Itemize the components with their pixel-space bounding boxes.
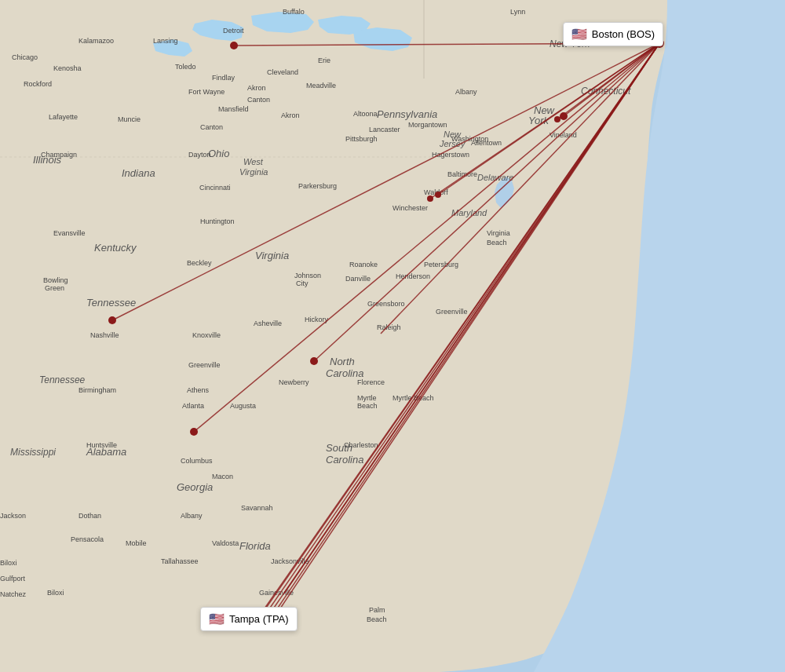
svg-text:Huntsville: Huntsville bbox=[86, 441, 117, 449]
svg-text:Greenville: Greenville bbox=[188, 361, 221, 369]
svg-text:Mobile: Mobile bbox=[126, 539, 147, 547]
svg-text:Knoxville: Knoxville bbox=[192, 331, 221, 339]
svg-text:Palm: Palm bbox=[369, 606, 385, 614]
svg-point-139 bbox=[560, 112, 568, 120]
svg-point-141 bbox=[230, 42, 238, 49]
svg-text:Dayton: Dayton bbox=[188, 151, 211, 159]
svg-text:Carolina: Carolina bbox=[326, 454, 363, 466]
svg-text:Lancaster: Lancaster bbox=[369, 126, 400, 133]
svg-text:Lafayette: Lafayette bbox=[49, 113, 78, 121]
svg-text:Georgia: Georgia bbox=[177, 481, 213, 493]
tampa-airport-name: Tampa (TPA) bbox=[229, 613, 289, 625]
svg-text:Athens: Athens bbox=[187, 386, 210, 394]
svg-text:Roanoke: Roanoke bbox=[349, 261, 378, 268]
svg-text:Carolina: Carolina bbox=[326, 367, 363, 379]
svg-text:Pennsylvania: Pennsylvania bbox=[377, 108, 437, 120]
map-container: Illinois Indiana Ohio Kentucky Tennessee… bbox=[0, 0, 785, 672]
svg-text:Kenosha: Kenosha bbox=[53, 64, 82, 72]
svg-point-137 bbox=[435, 192, 441, 198]
svg-text:Biloxi: Biloxi bbox=[0, 559, 17, 567]
svg-text:City: City bbox=[296, 279, 309, 287]
svg-text:Muncie: Muncie bbox=[118, 115, 141, 123]
svg-text:Champaign: Champaign bbox=[41, 151, 77, 159]
svg-text:Petersburg: Petersburg bbox=[424, 261, 458, 268]
svg-text:Greenville: Greenville bbox=[436, 308, 468, 316]
svg-text:Meadville: Meadville bbox=[306, 82, 336, 89]
svg-point-136 bbox=[310, 357, 318, 365]
svg-text:Winchester: Winchester bbox=[392, 204, 428, 212]
svg-text:Albany: Albany bbox=[181, 512, 203, 520]
svg-text:Newberry: Newberry bbox=[279, 378, 309, 386]
boston-airport-label[interactable]: 🇺🇸 Boston (BOS) bbox=[563, 22, 663, 46]
svg-text:Virginia: Virginia bbox=[255, 250, 289, 261]
svg-text:Columbus: Columbus bbox=[181, 457, 213, 465]
svg-text:Mississippi: Mississippi bbox=[10, 447, 56, 458]
tampa-airport-label[interactable]: 🇺🇸 Tampa (TPA) bbox=[200, 607, 298, 631]
svg-text:Macon: Macon bbox=[212, 473, 233, 480]
boston-flag-icon: 🇺🇸 bbox=[571, 27, 587, 42]
svg-text:Canton: Canton bbox=[247, 96, 270, 104]
svg-text:North: North bbox=[330, 356, 355, 367]
svg-text:Toledo: Toledo bbox=[175, 63, 196, 71]
svg-text:Bowling: Bowling bbox=[43, 276, 68, 284]
svg-point-135 bbox=[190, 428, 198, 436]
svg-text:Ohio: Ohio bbox=[208, 148, 229, 159]
svg-text:Atlanta: Atlanta bbox=[182, 402, 204, 410]
svg-point-134 bbox=[108, 316, 116, 324]
svg-text:Cincinnati: Cincinnati bbox=[199, 184, 231, 192]
svg-point-140 bbox=[554, 116, 560, 122]
svg-text:Pensacola: Pensacola bbox=[71, 535, 104, 543]
svg-text:Kalamazoo: Kalamazoo bbox=[78, 37, 114, 45]
svg-text:Huntington: Huntington bbox=[200, 217, 235, 225]
svg-text:Biloxi: Biloxi bbox=[47, 589, 64, 597]
svg-text:Danville: Danville bbox=[345, 275, 371, 283]
svg-text:Asheville: Asheville bbox=[254, 320, 282, 327]
svg-text:Parkersburg: Parkersburg bbox=[298, 182, 337, 190]
map-svg: Illinois Indiana Ohio Kentucky Tennessee… bbox=[0, 0, 785, 672]
svg-text:Buffalo: Buffalo bbox=[283, 8, 305, 16]
svg-text:Akron: Akron bbox=[281, 111, 300, 119]
svg-text:Lynn: Lynn bbox=[510, 8, 525, 16]
svg-text:Albany: Albany bbox=[455, 88, 477, 96]
svg-text:Beckley: Beckley bbox=[187, 259, 212, 267]
svg-text:Florence: Florence bbox=[357, 378, 385, 386]
svg-text:Natchez: Natchez bbox=[0, 590, 27, 598]
svg-text:Beach: Beach bbox=[487, 239, 507, 247]
boston-airport-name: Boston (BOS) bbox=[592, 28, 655, 40]
svg-text:Beach: Beach bbox=[357, 402, 378, 410]
svg-point-138 bbox=[427, 195, 433, 202]
svg-text:Findlay: Findlay bbox=[212, 74, 236, 82]
svg-text:Henderson: Henderson bbox=[396, 272, 430, 280]
svg-text:Myrtle: Myrtle bbox=[357, 394, 377, 402]
svg-text:Nashville: Nashville bbox=[90, 331, 119, 339]
svg-text:Cleveland: Cleveland bbox=[267, 68, 298, 76]
svg-text:Morgantown: Morgantown bbox=[408, 121, 447, 129]
svg-text:Hagerstown: Hagerstown bbox=[432, 151, 469, 159]
svg-text:Birmingham: Birmingham bbox=[78, 386, 116, 394]
tampa-flag-icon: 🇺🇸 bbox=[209, 612, 225, 626]
svg-text:Tennessee: Tennessee bbox=[39, 374, 86, 385]
svg-text:Valdosta: Valdosta bbox=[212, 539, 239, 547]
svg-text:Johnson: Johnson bbox=[294, 272, 321, 279]
svg-text:Savannah: Savannah bbox=[241, 504, 273, 512]
svg-text:Rockford: Rockford bbox=[24, 80, 52, 88]
svg-text:Tennessee: Tennessee bbox=[86, 297, 136, 309]
svg-text:Indiana: Indiana bbox=[122, 167, 155, 179]
svg-text:Virginia: Virginia bbox=[487, 229, 510, 237]
svg-text:Chicago: Chicago bbox=[12, 53, 38, 61]
svg-text:Dothan: Dothan bbox=[78, 512, 101, 520]
svg-text:Erie: Erie bbox=[318, 57, 330, 64]
svg-text:Detroit: Detroit bbox=[223, 27, 244, 35]
svg-text:Evansville: Evansville bbox=[53, 229, 86, 237]
svg-text:Gulfport: Gulfport bbox=[0, 575, 26, 583]
svg-text:Augusta: Augusta bbox=[230, 402, 256, 410]
svg-text:Pittsburgh: Pittsburgh bbox=[345, 135, 378, 143]
svg-text:Altoona: Altoona bbox=[353, 110, 378, 118]
svg-text:Florida: Florida bbox=[239, 540, 271, 552]
svg-text:Kentucky: Kentucky bbox=[94, 242, 137, 254]
svg-text:Canton: Canton bbox=[200, 123, 223, 131]
svg-text:Green: Green bbox=[45, 284, 64, 292]
svg-text:Jackson: Jackson bbox=[0, 512, 26, 520]
svg-text:Beach: Beach bbox=[367, 615, 387, 623]
svg-text:Fort Wayne: Fort Wayne bbox=[188, 88, 225, 96]
